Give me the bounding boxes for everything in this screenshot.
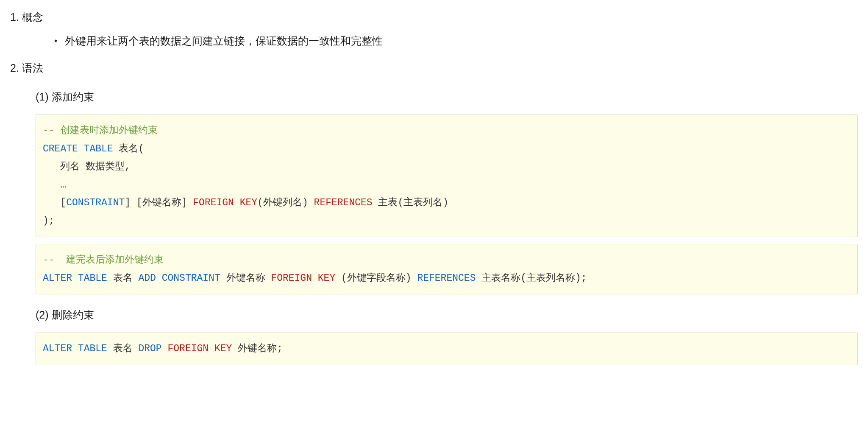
code-text: 表名 (107, 343, 139, 354)
code-keyword-key: KEY (318, 273, 335, 284)
code-keyword-foreign: FOREIGN (193, 197, 234, 208)
concept-bullet-list: • 外键用来让两个表的数据之间建立链接，保证数据的一致性和完整性 (54, 32, 858, 49)
code-keyword-table: TABLE (78, 273, 107, 284)
code-keyword-table: TABLE (84, 143, 113, 154)
code-text: 主表(主表列名) (373, 197, 448, 208)
subsection-add-constraint: (1) 添加约束 -- 创建表时添加外键约束 CREATE TABLE 表名( … (36, 88, 858, 294)
code-keyword-table: TABLE (78, 343, 107, 354)
concept-bullet-text: 外键用来让两个表的数据之间建立链接，保证数据的一致性和完整性 (65, 32, 383, 49)
concept-bullet-item: • 外键用来让两个表的数据之间建立链接，保证数据的一致性和完整性 (54, 32, 858, 49)
code-keyword-add: ADD (138, 273, 156, 284)
section-concept-heading: 1. 概念 (10, 8, 858, 25)
code-text: (外键字段名称) (335, 273, 417, 284)
code-comment: -- 创建表时添加外键约束 (43, 125, 158, 136)
code-text: [外键名称] (131, 197, 193, 208)
drop-constraint-heading: (2) 删除约束 (36, 306, 858, 323)
code-text: 表名( (113, 143, 145, 154)
code-block-alter-drop: ALTER TABLE 表名 DROP FOREIGN KEY 外键名称; (36, 333, 858, 365)
code-text: (外键列名) (257, 197, 314, 208)
code-block-create-table: -- 创建表时添加外键约束 CREATE TABLE 表名( 列名 数据类型, … (36, 115, 858, 237)
code-text: 外键名称; (232, 343, 283, 354)
code-block-alter-add: -- 建完表后添加外键约束 ALTER TABLE 表名 ADD CONSTRA… (36, 244, 858, 294)
section-concept: 1. 概念 • 外键用来让两个表的数据之间建立链接，保证数据的一致性和完整性 (10, 8, 858, 49)
code-keyword-key: KEY (240, 197, 257, 208)
bullet-dot-icon: • (54, 36, 57, 45)
code-keyword-drop: DROP (138, 343, 161, 354)
section-syntax-heading: 2. 语法 (10, 59, 858, 76)
code-comment: -- 建完表后添加外键约束 (43, 254, 164, 266)
code-keyword-key: KEY (214, 343, 232, 354)
code-text: [ (60, 197, 66, 208)
code-keyword-create: CREATE (43, 143, 78, 154)
code-text: 外键名称 (220, 273, 271, 284)
section-syntax: 2. 语法 (1) 添加约束 -- 创建表时添加外键约束 CREATE TABL… (10, 59, 858, 365)
code-keyword-foreign: FOREIGN (271, 273, 312, 284)
code-text: … (60, 179, 66, 190)
code-text: 列名 数据类型, (60, 161, 131, 172)
code-keyword-references: REFERENCES (314, 197, 373, 208)
code-text: ); (43, 215, 55, 226)
add-constraint-heading: (1) 添加约束 (36, 88, 858, 105)
code-keyword-references: REFERENCES (417, 273, 476, 284)
code-text: 主表名称(主表列名称); (476, 273, 587, 284)
code-text: 表名 (107, 273, 139, 284)
code-keyword-foreign: FOREIGN (167, 343, 209, 354)
code-keyword-constraint: CONSTRAINT (66, 197, 125, 208)
code-keyword-alter: ALTER (43, 273, 72, 284)
code-keyword-constraint: CONSTRAINT (162, 273, 220, 284)
code-text: ] (125, 197, 131, 208)
code-keyword-alter: ALTER (43, 343, 72, 354)
subsection-drop-constraint: (2) 删除约束 ALTER TABLE 表名 DROP FOREIGN KEY… (36, 306, 858, 365)
